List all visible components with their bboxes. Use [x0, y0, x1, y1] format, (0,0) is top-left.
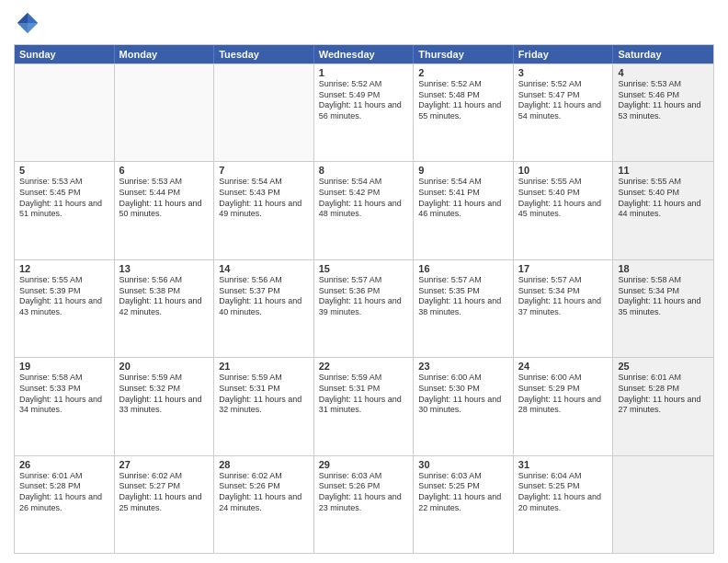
cell-info: Sunrise: 6:00 AM Sunset: 5:29 PM Dayligh… [518, 373, 609, 416]
header-day-tuesday: Tuesday [214, 45, 314, 63]
header-day-sunday: Sunday [15, 45, 115, 63]
day-number: 12 [19, 263, 109, 274]
day-number: 19 [19, 361, 109, 372]
calendar: SundayMondayTuesdayWednesdayThursdayFrid… [14, 44, 714, 554]
day-number: 26 [19, 459, 109, 470]
cell-info: Sunrise: 6:03 AM Sunset: 5:26 PM Dayligh… [319, 471, 409, 514]
header [14, 9, 714, 37]
cell-info: Sunrise: 5:59 AM Sunset: 5:31 PM Dayligh… [319, 373, 409, 416]
cell-info: Sunrise: 5:53 AM Sunset: 5:44 PM Dayligh… [119, 177, 210, 220]
cell-info: Sunrise: 6:02 AM Sunset: 5:26 PM Dayligh… [219, 471, 309, 514]
day-number: 5 [19, 165, 109, 176]
cell-info: Sunrise: 5:55 AM Sunset: 5:40 PM Dayligh… [518, 177, 609, 220]
day-number: 30 [418, 459, 508, 470]
cell-info: Sunrise: 5:59 AM Sunset: 5:31 PM Dayligh… [219, 373, 309, 416]
cell-info: Sunrise: 6:02 AM Sunset: 5:27 PM Dayligh… [119, 471, 210, 514]
day-cell-10: 10Sunrise: 5:55 AM Sunset: 5:40 PM Dayli… [514, 162, 614, 259]
cell-info: Sunrise: 5:56 AM Sunset: 5:38 PM Dayligh… [119, 275, 210, 318]
header-day-wednesday: Wednesday [314, 45, 415, 63]
svg-marker-3 [17, 23, 28, 33]
cell-info: Sunrise: 5:57 AM Sunset: 5:36 PM Dayligh… [319, 275, 409, 318]
day-number: 4 [618, 67, 709, 78]
calendar-row-3: 19Sunrise: 5:58 AM Sunset: 5:33 PM Dayli… [15, 357, 713, 454]
day-cell-27: 27Sunrise: 6:02 AM Sunset: 5:27 PM Dayli… [115, 456, 215, 553]
cell-info: Sunrise: 6:00 AM Sunset: 5:30 PM Dayligh… [418, 373, 508, 416]
day-cell-12: 12Sunrise: 5:55 AM Sunset: 5:39 PM Dayli… [15, 260, 115, 357]
day-number: 21 [219, 361, 309, 372]
cell-info: Sunrise: 5:52 AM Sunset: 5:48 PM Dayligh… [418, 79, 508, 122]
day-cell-2: 2Sunrise: 5:52 AM Sunset: 5:48 PM Daylig… [414, 64, 514, 161]
day-number: 14 [219, 263, 309, 274]
calendar-row-0: 1Sunrise: 5:52 AM Sunset: 5:49 PM Daylig… [15, 63, 713, 161]
main-container: SundayMondayTuesdayWednesdayThursdayFrid… [0, 0, 728, 563]
day-number: 16 [418, 263, 508, 274]
day-cell-7: 7Sunrise: 5:54 AM Sunset: 5:43 PM Daylig… [214, 162, 314, 259]
day-cell-9: 9Sunrise: 5:54 AM Sunset: 5:41 PM Daylig… [414, 162, 514, 259]
calendar-row-1: 5Sunrise: 5:53 AM Sunset: 5:45 PM Daylig… [15, 161, 713, 259]
day-cell-14: 14Sunrise: 5:56 AM Sunset: 5:37 PM Dayli… [214, 260, 314, 357]
day-cell-8: 8Sunrise: 5:54 AM Sunset: 5:42 PM Daylig… [314, 162, 415, 259]
cell-info: Sunrise: 5:54 AM Sunset: 5:42 PM Dayligh… [319, 177, 409, 220]
day-cell-23: 23Sunrise: 6:00 AM Sunset: 5:30 PM Dayli… [414, 358, 514, 454]
day-number: 3 [518, 67, 609, 78]
day-cell-1: 1Sunrise: 5:52 AM Sunset: 5:49 PM Daylig… [314, 64, 415, 161]
day-cell-5: 5Sunrise: 5:53 AM Sunset: 5:45 PM Daylig… [15, 162, 115, 259]
cell-info: Sunrise: 5:57 AM Sunset: 5:34 PM Dayligh… [518, 275, 609, 318]
day-number: 27 [119, 459, 210, 470]
day-cell-13: 13Sunrise: 5:56 AM Sunset: 5:38 PM Dayli… [115, 260, 215, 357]
day-number: 1 [319, 67, 409, 78]
cell-info: Sunrise: 6:04 AM Sunset: 5:25 PM Dayligh… [518, 471, 609, 514]
day-number: 24 [518, 361, 609, 372]
cell-info: Sunrise: 6:01 AM Sunset: 5:28 PM Dayligh… [19, 471, 109, 514]
day-number: 10 [518, 165, 609, 176]
day-cell-17: 17Sunrise: 5:57 AM Sunset: 5:34 PM Dayli… [514, 260, 614, 357]
cell-info: Sunrise: 6:03 AM Sunset: 5:25 PM Dayligh… [418, 471, 508, 514]
calendar-row-2: 12Sunrise: 5:55 AM Sunset: 5:39 PM Dayli… [15, 259, 713, 357]
cell-info: Sunrise: 6:01 AM Sunset: 5:28 PM Dayligh… [618, 373, 709, 416]
day-cell-3: 3Sunrise: 5:52 AM Sunset: 5:47 PM Daylig… [514, 64, 614, 161]
header-day-saturday: Saturday [613, 45, 713, 63]
day-number: 20 [119, 361, 210, 372]
day-number: 15 [319, 263, 409, 274]
day-cell-19: 19Sunrise: 5:58 AM Sunset: 5:33 PM Dayli… [15, 358, 115, 454]
day-cell-6: 6Sunrise: 5:53 AM Sunset: 5:44 PM Daylig… [115, 162, 215, 259]
day-cell-25: 25Sunrise: 6:01 AM Sunset: 5:28 PM Dayli… [613, 358, 713, 454]
empty-cell-0-2 [214, 64, 314, 161]
day-number: 23 [418, 361, 508, 372]
day-number: 31 [518, 459, 609, 470]
cell-info: Sunrise: 5:59 AM Sunset: 5:32 PM Dayligh… [119, 373, 210, 416]
day-number: 17 [518, 263, 609, 274]
svg-marker-0 [28, 13, 38, 23]
empty-cell-4-6 [613, 456, 713, 553]
cell-info: Sunrise: 5:58 AM Sunset: 5:34 PM Dayligh… [618, 275, 709, 318]
header-day-thursday: Thursday [414, 45, 514, 63]
day-cell-16: 16Sunrise: 5:57 AM Sunset: 5:35 PM Dayli… [414, 260, 514, 357]
calendar-row-4: 26Sunrise: 6:01 AM Sunset: 5:28 PM Dayli… [15, 455, 713, 553]
svg-marker-1 [28, 23, 38, 33]
day-number: 25 [618, 361, 709, 372]
day-number: 22 [319, 361, 409, 372]
day-cell-11: 11Sunrise: 5:55 AM Sunset: 5:40 PM Dayli… [613, 162, 713, 259]
day-cell-4: 4Sunrise: 5:53 AM Sunset: 5:46 PM Daylig… [613, 64, 713, 161]
cell-info: Sunrise: 5:55 AM Sunset: 5:39 PM Dayligh… [19, 275, 109, 318]
calendar-body: 1Sunrise: 5:52 AM Sunset: 5:49 PM Daylig… [15, 63, 713, 553]
day-cell-29: 29Sunrise: 6:03 AM Sunset: 5:26 PM Dayli… [314, 456, 415, 553]
cell-info: Sunrise: 5:54 AM Sunset: 5:41 PM Dayligh… [418, 177, 508, 220]
day-number: 6 [119, 165, 210, 176]
day-number: 2 [418, 67, 508, 78]
cell-info: Sunrise: 5:52 AM Sunset: 5:47 PM Dayligh… [518, 79, 609, 122]
cell-info: Sunrise: 5:53 AM Sunset: 5:45 PM Dayligh… [19, 177, 109, 220]
day-number: 28 [219, 459, 309, 470]
day-cell-20: 20Sunrise: 5:59 AM Sunset: 5:32 PM Dayli… [115, 358, 215, 454]
cell-info: Sunrise: 5:57 AM Sunset: 5:35 PM Dayligh… [418, 275, 508, 318]
cell-info: Sunrise: 5:54 AM Sunset: 5:43 PM Dayligh… [219, 177, 309, 220]
day-cell-26: 26Sunrise: 6:01 AM Sunset: 5:28 PM Dayli… [15, 456, 115, 553]
cell-info: Sunrise: 5:56 AM Sunset: 5:37 PM Dayligh… [219, 275, 309, 318]
logo [14, 9, 45, 37]
empty-cell-0-0 [15, 64, 115, 161]
day-cell-21: 21Sunrise: 5:59 AM Sunset: 5:31 PM Dayli… [214, 358, 314, 454]
day-number: 29 [319, 459, 409, 470]
cell-info: Sunrise: 5:52 AM Sunset: 5:49 PM Dayligh… [319, 79, 409, 122]
day-cell-24: 24Sunrise: 6:00 AM Sunset: 5:29 PM Dayli… [514, 358, 614, 454]
day-cell-31: 31Sunrise: 6:04 AM Sunset: 5:25 PM Dayli… [514, 456, 614, 553]
